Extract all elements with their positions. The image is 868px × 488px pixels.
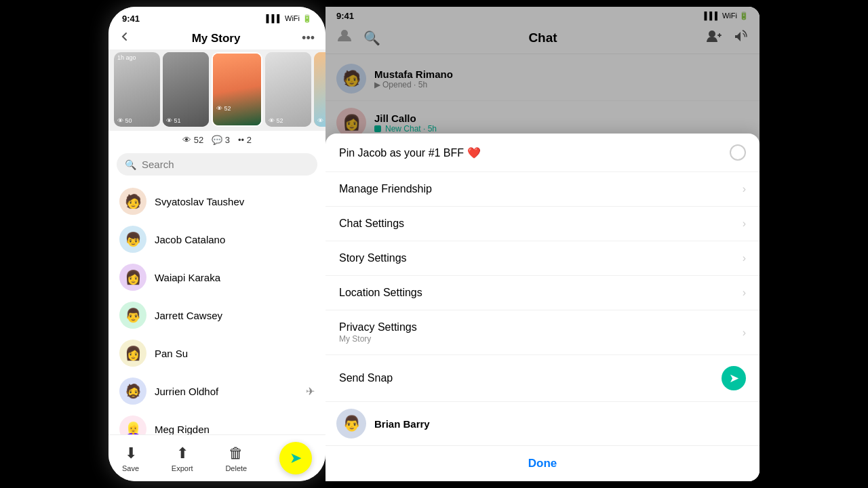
manage-friendship-item[interactable]: Manage Friendship › [326,172,760,207]
contact-name: Jurrien Oldhof [155,386,218,397]
story-thumbnails: 1h ago 👁 50 3h ago 👁 51 5h ago 👁 52 7h a… [108,49,326,131]
avatar: 👩 [119,264,146,291]
contact-list: 🧑 Svyatoslav Taushev 👦 Jacob Catalano 👩 … [108,180,326,434]
send-snap-label: Send Snap [339,372,393,384]
avatar: 👨 [336,409,366,439]
save-icon: ⬇ [125,445,137,462]
bottom-toolbar: ⬇ Save ⬆ Export 🗑 Delete ➤ [108,434,326,481]
more-button[interactable]: ••• [302,31,315,45]
privacy-settings-sublabel: My Story [339,334,417,344]
send-to-icon: ✈ [306,385,315,398]
list-item[interactable]: 🧑 Svyatoslav Taushev [108,182,326,220]
send-snap-button[interactable]: ➤ [722,366,746,390]
done-button[interactable]: Done [326,445,760,481]
delete-icon: 🗑 [229,445,243,462]
delete-label: Delete [225,464,247,472]
chevron-right-icon: › [743,287,746,299]
left-phone: 9:41 ▌▌▌ WiFi 🔋 My Story ••• [108,7,326,481]
story-stats: 👁 Mustafa Rimano52 💬 3 •• 2 [108,131,326,149]
story-settings-item[interactable]: Story Settings › [326,241,760,276]
list-item[interactable]: 👱‍♀️ Meg Rigden [108,410,326,434]
export-button[interactable]: ⬆ Export [172,445,193,472]
list-item[interactable]: 👨 Jarrett Cawsey [108,296,326,334]
privacy-settings-item[interactable]: Privacy Settings My Story › [326,310,760,355]
reply-count: •• 2 [238,135,252,145]
chat-info: Brian Barry [374,418,749,430]
modal-overlay[interactable]: Pin Jacob as your #1 BFF ❤️ Manage Frien… [326,7,760,481]
thumb-5[interactable]: 8h ago 👁 52 [314,52,326,127]
story-settings-label: Story Settings [339,252,407,264]
avatar: 👩 [119,340,146,367]
search-icon: 🔍 [125,159,136,170]
search-bar[interactable]: 🔍 [117,153,317,176]
pin-label: Pin Jacob as your #1 BFF ❤️ [339,146,481,159]
contact-name: Meg Rigden [155,424,210,435]
send-snap-item[interactable]: Send Snap ➤ [326,355,760,402]
privacy-settings-label: Privacy Settings [339,321,417,333]
modal-sheet: Pin Jacob as your #1 BFF ❤️ Manage Frien… [326,134,760,481]
avatar: 👨 [119,302,146,329]
chevron-right-icon: › [743,218,746,230]
screenshot-count: 💬 3 [212,135,230,145]
pin-row[interactable]: Pin Jacob as your #1 BFF ❤️ [326,134,760,172]
search-input[interactable] [142,159,309,170]
contact-name: Svyatoslav Taushev [155,196,244,207]
avatar: 🧑 [119,188,146,215]
left-status-bar: 9:41 ▌▌▌ WiFi 🔋 [108,7,326,27]
list-item[interactable]: 👩 Waiapi Karaka [108,258,326,296]
chat-settings-label: Chat Settings [339,218,404,230]
view-count: 👁 Mustafa Rimano52 [182,135,203,145]
chat-settings-item[interactable]: Chat Settings › [326,207,760,241]
back-button[interactable] [119,31,130,45]
contact-name: Jarrett Cawsey [155,310,222,321]
chevron-right-icon: › [743,327,746,339]
thumb-2[interactable]: 3h ago 👁 51 [163,52,209,127]
export-icon: ⬆ [176,445,189,462]
avatar: 👱‍♀️ [119,415,146,434]
list-item[interactable]: 👦 Jacob Catalano [108,220,326,258]
location-settings-item[interactable]: Location Settings › [326,276,760,310]
location-settings-label: Location Settings [339,287,422,299]
chevron-right-icon: › [743,252,746,264]
avatar: 👦 [119,226,146,253]
avatar: 🧔 [119,378,146,405]
contact-name: Pan Su [155,348,188,359]
left-status-icons: ▌▌▌ WiFi 🔋 [267,14,312,23]
manage-friendship-label: Manage Friendship [339,183,432,195]
chevron-right-icon: › [743,183,746,195]
story-header: My Story ••• [108,27,326,49]
contact-name: Waiapi Karaka [155,272,220,283]
chat-name: Brian Barry [374,418,749,430]
left-time: 9:41 [122,14,140,24]
story-title: My Story [192,32,241,45]
save-label: Save [122,464,139,472]
send-fab-icon: ➤ [290,449,302,467]
list-item[interactable]: 🧔 Jurrien Oldhof ✈ [108,372,326,410]
right-panel: 9:41 ▌▌▌ WiFi 🔋 🔍 Chat [326,7,760,481]
thumb-1[interactable]: 1h ago 👁 50 [114,52,160,127]
delete-button[interactable]: 🗑 Delete [225,445,247,472]
send-snap-icon: ➤ [729,371,739,386]
thumb-4[interactable]: 7h ago 👁 52 [265,52,311,127]
export-label: Export [172,464,193,472]
contact-name: Jacob Catalano [155,234,225,245]
save-button[interactable]: ⬇ Save [122,445,139,472]
list-item[interactable]: 👩 Pan Su [108,334,326,372]
send-fab-button[interactable]: ➤ [279,442,312,474]
chat-item-below[interactable]: 👨 Brian Barry [326,402,760,445]
thumb-3-active[interactable]: 5h ago 👁 52 [212,52,262,127]
pin-radio[interactable] [730,144,746,161]
